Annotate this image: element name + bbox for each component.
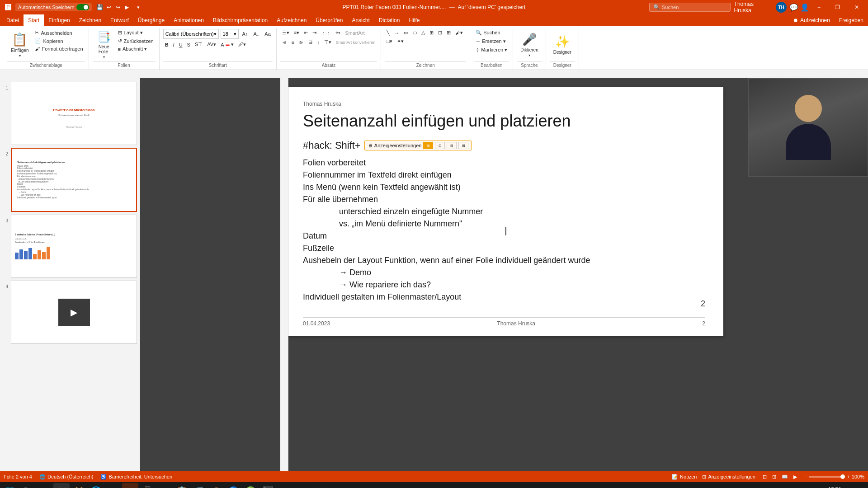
- record-button[interactable]: ⏺ Aufzeichnen: [788, 17, 835, 23]
- taskbar-app-7[interactable]: 📋: [174, 483, 190, 488]
- select-button[interactable]: ⊹ Markieren ▾: [474, 46, 509, 54]
- reading-view-button[interactable]: 📖: [780, 474, 790, 480]
- menu-file[interactable]: Datei: [2, 14, 24, 26]
- strikethrough-button[interactable]: S: [185, 41, 192, 48]
- cut-button[interactable]: ✂Ausschneiden: [33, 29, 85, 37]
- taskbar-app-8[interactable]: 🎵: [191, 483, 207, 488]
- taskbar-app-13[interactable]: 🎮: [311, 483, 327, 488]
- menu-review[interactable]: Überprüfen: [311, 14, 347, 26]
- find-button[interactable]: 🔍 Suchen: [474, 29, 502, 37]
- menu-help[interactable]: Hilfe: [404, 14, 424, 26]
- taskbar-app-firefox[interactable]: 🦊: [71, 483, 87, 488]
- align-center-button[interactable]: ≡: [290, 38, 296, 46]
- increase-indent-button[interactable]: ⇥: [311, 29, 318, 37]
- taskbar-app-edge[interactable]: e: [277, 483, 293, 488]
- menu-home[interactable]: Start: [24, 14, 44, 26]
- outline-view-button[interactable]: ⊞: [770, 474, 778, 480]
- taskbar-app-chrome[interactable]: 🌐: [88, 483, 104, 488]
- menu-design[interactable]: Entwurf: [106, 14, 133, 26]
- font-name-selector[interactable]: Calibri (Überschriften) ▾: [163, 29, 219, 39]
- display-icon-4[interactable]: ⊠: [458, 142, 468, 149]
- smart-art-button[interactable]: SmartArt: [343, 29, 366, 37]
- taskbar-app-powerpoint[interactable]: P: [122, 483, 138, 488]
- undo-icon[interactable]: ↩: [105, 4, 113, 11]
- dropdown-arrow-icon[interactable]: ▾: [137, 5, 140, 10]
- clear-format-button[interactable]: Aa: [263, 30, 272, 38]
- slide-thumbnail-4[interactable]: ▶: [11, 281, 137, 344]
- close-button[interactable]: ✕: [849, 0, 864, 14]
- redo-icon[interactable]: ↪: [114, 4, 122, 11]
- search-taskbar-button[interactable]: 🔍: [19, 483, 35, 488]
- outline-button[interactable]: □▾: [385, 38, 394, 45]
- shape-line[interactable]: ╲: [385, 29, 392, 37]
- increase-font-button[interactable]: A↑: [241, 30, 250, 38]
- normal-view-button[interactable]: ⊡: [761, 474, 769, 480]
- new-slide-button[interactable]: 📑 NeueFolie ▾: [93, 29, 115, 61]
- save-icon[interactable]: 💾: [96, 4, 104, 11]
- font-size-selector[interactable]: 18 ▾: [221, 29, 239, 39]
- align-right-button[interactable]: ⫸: [297, 38, 306, 46]
- shape-more[interactable]: ⊞: [428, 29, 435, 37]
- char-spacing-button[interactable]: AV▾: [205, 41, 218, 48]
- decrease-indent-button[interactable]: ⇤: [302, 29, 310, 37]
- menu-view[interactable]: Ansicht: [347, 14, 374, 26]
- section-button[interactable]: ≡Abschnitt ▾: [116, 45, 156, 53]
- arrange-button[interactable]: ⊡: [436, 29, 444, 37]
- shape-triangle[interactable]: △: [420, 29, 427, 37]
- shape-oval[interactable]: ⬭: [411, 29, 419, 37]
- designer-button[interactable]: ✨ Designer: [550, 29, 575, 61]
- autosave-toggle[interactable]: Automatisches Speichern: [15, 3, 92, 11]
- taskbar-app-excel[interactable]: X: [294, 483, 310, 488]
- menu-draw[interactable]: Zeichnen: [75, 14, 106, 26]
- taskbar-app-9[interactable]: 💼: [208, 483, 224, 488]
- slideshow-view-button[interactable]: ▶: [792, 474, 799, 480]
- zoom-out-button[interactable]: −: [804, 474, 807, 479]
- slide-thumbnail-2[interactable]: Seitenanzahl einfügen und platzieren #ha…: [11, 148, 137, 212]
- paste-button[interactable]: 📋 Einfügen ▾: [7, 29, 32, 61]
- align-left-button[interactable]: ⫷: [280, 38, 289, 46]
- slide-thumbnail-1[interactable]: PowerPoint Masterclass Präsentieren wie …: [11, 82, 137, 145]
- zoom-slider[interactable]: [809, 476, 845, 478]
- display-settings-status[interactable]: ⊞ Anzeigeeinstellungen: [702, 474, 755, 480]
- font-color-button[interactable]: A▬▾: [219, 41, 236, 48]
- menu-dictation[interactable]: Dictation: [374, 14, 405, 26]
- effects-button[interactable]: ✦▾: [395, 38, 406, 45]
- quick-styles-button[interactable]: ⊞: [445, 29, 453, 37]
- display-icon-3[interactable]: ⊟: [447, 142, 457, 149]
- restore-button[interactable]: ❐: [830, 0, 845, 14]
- line-spacing-button[interactable]: ↕: [315, 38, 321, 46]
- menu-record[interactable]: Aufzeichnen: [272, 14, 311, 26]
- convert-button[interactable]: SmartArt konvertieren: [334, 38, 377, 46]
- zoom-in-button[interactable]: +: [847, 474, 849, 479]
- taskbar-app-5[interactable]: 📱: [139, 483, 156, 488]
- menu-animations[interactable]: Animationen: [169, 14, 208, 26]
- layout-button[interactable]: ⊞Layout ▾: [116, 29, 156, 37]
- share-button[interactable]: Freigeben: [835, 17, 868, 23]
- comments-icon[interactable]: 💬: [790, 4, 797, 11]
- present-icon[interactable]: ▶: [123, 4, 131, 11]
- taskbar-app-10[interactable]: 🔵: [225, 483, 241, 488]
- italic-button[interactable]: I: [171, 41, 176, 48]
- taskbar-app-outlook[interactable]: ✉: [105, 483, 121, 488]
- slide-thumbnail-3[interactable]: 2 einfache Schritte (Primär-Sekund...) L…: [11, 215, 137, 278]
- reset-button[interactable]: ↺Zurücksetzen: [116, 37, 156, 45]
- numbering-button[interactable]: ≡▾: [292, 29, 301, 37]
- menu-slideshow[interactable]: Bildschirmpräsentation: [208, 14, 272, 26]
- shape-arrow[interactable]: →: [392, 29, 401, 37]
- justify-button[interactable]: ⊟: [307, 38, 314, 46]
- highlight-button[interactable]: 🖊▾: [236, 41, 248, 48]
- taskview-button[interactable]: ⊞: [36, 483, 52, 488]
- dictate-button[interactable]: 🎤 Diktieren ▾: [517, 29, 542, 61]
- text-align-v-button[interactable]: ⊤▾: [322, 38, 333, 46]
- shape-rect[interactable]: ▭: [402, 29, 410, 37]
- clock[interactable]: 12:34 01.04.2023: [823, 486, 846, 488]
- notes-button[interactable]: 📝 Notizen: [672, 474, 697, 480]
- format-painter-button[interactable]: 🖌Format übertragen: [33, 45, 85, 52]
- menu-transitions[interactable]: Übergänge: [133, 14, 169, 26]
- display-settings-bar[interactable]: 🖥 Anzeigeeinstellungen ⊞ ⊡ ⊟ ⊠: [364, 141, 472, 150]
- bullets-button[interactable]: ☰▾: [280, 29, 291, 37]
- replace-button[interactable]: ↔ Ersetzen ▾: [474, 38, 508, 45]
- slide-canvas[interactable]: Thomas Hruska Seitenanzahl einfügen und …: [285, 87, 723, 336]
- copy-button[interactable]: 📄Kopieren: [33, 37, 85, 45]
- taskbar-app-12[interactable]: ⬛: [259, 483, 276, 488]
